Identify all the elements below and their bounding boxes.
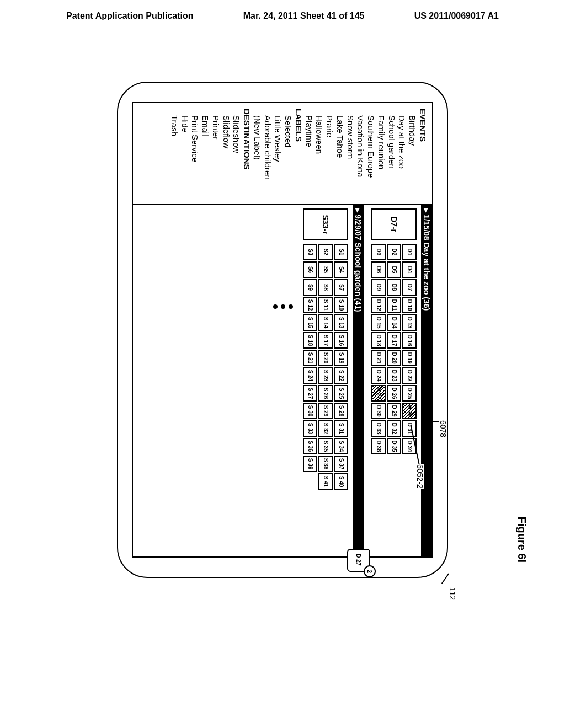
thumbnail-cell[interactable]: S 15 [303,314,317,331]
thumbnail-cell[interactable]: S 19 [334,350,348,366]
sidebar-item-destination[interactable]: Print Service [190,109,200,199]
thumbnail-cell[interactable]: S 12 [303,297,317,313]
thumbnail-cell[interactable]: D 27 [371,385,386,402]
thumbnail-cell[interactable]: D 23 [387,367,401,384]
thumbnail-cell[interactable]: S 29 [318,403,333,419]
thumbnail-cell[interactable]: S2 [318,244,333,260]
thumbnail-cell[interactable]: D 32 [387,420,401,437]
thumbnail-cell[interactable]: S 23 [318,367,333,384]
thumbnail-cell[interactable]: D7 [402,279,417,296]
thumbnail-cell[interactable]: D 20 [387,350,401,366]
drag-thumb[interactable]: D 27' 2 [347,549,370,572]
sidebar-item-destination[interactable]: Slideflow [221,109,231,199]
thumbnail-cell[interactable]: D8 [387,279,401,296]
thumbnail-cell[interactable]: S 31 [334,420,348,437]
thumbnail-cell[interactable]: S 18 [303,332,317,349]
thumbnail-cell[interactable]: D 18 [371,332,386,349]
thumbnail-cell[interactable]: D 35 [387,438,401,454]
thumbnail-cell[interactable]: S 30 [303,403,317,419]
thumbnail-cell[interactable]: D 11 [387,297,401,313]
thumbnail-cell[interactable]: S 40 [334,473,348,490]
thumbnail-cell[interactable]: D 19 [402,350,417,366]
sidebar-item-event[interactable]: Vacation in Kona [355,109,366,199]
thumbnail-cell[interactable]: S 11 [318,297,333,313]
thumbnail-cell[interactable]: S 14 [318,314,333,331]
thumbnail-cell[interactable]: S 10 [334,297,348,313]
thumbnail-cell[interactable]: D6 [371,261,386,278]
thumbnail-cell[interactable]: D 15 [371,314,386,331]
thumbnail-cell[interactable]: S 21 [303,350,317,366]
thumbnail-cell[interactable]: S 28 [334,403,348,419]
sidebar-item-event[interactable]: Birthday [407,109,418,199]
sidebar-item-label[interactable]: Adorable children [262,109,273,199]
thumbnail-cell[interactable]: D 36 [371,438,386,454]
sidebar-item-label[interactable]: Selected [283,109,294,199]
sidebar-item-destination[interactable]: Trash [169,109,179,199]
thumbnail-cell[interactable]: D 24 [371,367,386,384]
album1-header[interactable]: 1/15/08 Day at the zoo (36) [421,205,432,556]
thumbnail-cell[interactable]: D5 [387,261,401,278]
thumbnail-cell[interactable]: D 17 [387,332,401,349]
sidebar-item-event[interactable]: Prarie [324,109,335,199]
sidebar-item-event[interactable]: School garden [386,109,397,199]
thumbnail-cell[interactable]: S 16 [334,332,348,349]
sidebar-item-event[interactable]: Snow storm [345,109,355,199]
thumbnail-cell[interactable]: S 38 [318,456,333,472]
thumbnail-cell[interactable]: D4 [402,261,417,278]
thumbnail-cell[interactable]: S 27 [303,385,317,402]
sidebar-item-event[interactable]: Lake Tahoe [334,109,345,199]
thumbnail-cell[interactable]: S1 [334,244,348,260]
sidebar-item-event[interactable]: Southern Europe [366,109,376,199]
sidebar-item-label[interactable]: Little Wesley [273,109,283,199]
thumbnail-cell[interactable]: D 33 [371,420,386,437]
album1-rep-thumb[interactable]: D7-r [371,208,417,240]
thumbnail-cell[interactable]: D 16 [402,332,417,349]
thumbnail-cell[interactable]: S 36 [303,438,317,454]
thumbnail-cell[interactable]: S9 [303,279,317,296]
thumbnail-cell[interactable]: D 29 [387,403,401,419]
thumbnail-cell[interactable]: D 10 [402,297,417,313]
thumbnail-cell[interactable]: S 25 [334,385,348,402]
thumbnail-cell[interactable]: D 21 [371,350,386,366]
thumbnail-cell[interactable]: D 13 [402,314,417,331]
thumbnail-cell[interactable]: S 17 [318,332,333,349]
sidebar-item-destination[interactable]: Email [200,109,211,199]
sidebar-item-event[interactable]: Halloween [314,109,324,199]
thumbnail-cell[interactable]: D 31 [402,420,417,437]
thumbnail-cell[interactable]: S6 [303,261,317,278]
thumbnail-cell[interactable]: S 41 [318,473,333,490]
thumbnail-cell[interactable]: S 34 [334,438,348,454]
thumbnail-cell[interactable]: S4 [334,261,348,278]
thumbnail-cell[interactable]: S 22 [334,367,348,384]
thumbnail-cell[interactable]: D2 [387,244,401,260]
thumbnail-cell[interactable]: S 39 [303,456,317,472]
thumbnail-cell[interactable]: D 30 [371,403,386,419]
thumbnail-cell[interactable]: D 25 [402,385,417,402]
sidebar-item-destination[interactable]: Hide [179,109,190,199]
thumbnail-cell[interactable]: S5 [318,261,333,278]
sidebar-item-destination[interactable]: Slideshow [231,109,242,199]
thumbnail-cell[interactable]: S8 [318,279,333,296]
thumbnail-cell[interactable]: D 28 [402,403,417,419]
thumbnail-cell[interactable]: D3 [371,244,386,260]
album2-header[interactable]: 9/29/07 School garden (41) [353,205,364,556]
sidebar-item-event[interactable]: Playtime [303,109,314,199]
sidebar-item-destination[interactable]: Printer [210,109,221,199]
thumbnail-cell[interactable]: S 32 [318,420,333,437]
thumbnail-cell[interactable]: S 20 [318,350,333,366]
thumbnail-cell[interactable]: S3 [303,244,317,260]
sidebar-item-label[interactable]: (New Label) [252,109,262,199]
sidebar-item-event[interactable]: Family reunion [376,109,386,199]
thumbnail-cell[interactable]: S7 [334,279,348,296]
thumbnail-cell[interactable]: D1 [402,244,417,260]
thumbnail-cell[interactable]: S 33 [303,420,317,437]
thumbnail-cell[interactable]: S 13 [334,314,348,331]
thumbnail-cell[interactable]: D9 [371,279,386,296]
thumbnail-cell[interactable]: D 12 [371,297,386,313]
sidebar-item-event[interactable]: Day at the zoo [397,109,407,199]
thumbnail-cell[interactable]: S 37 [334,456,348,472]
thumbnail-cell[interactable]: D 22 [402,367,417,384]
thumbnail-cell[interactable]: D 26 [387,385,401,402]
thumbnail-cell[interactable]: S 35 [318,438,333,454]
album2-rep-thumb[interactable]: S33-r [303,208,348,240]
